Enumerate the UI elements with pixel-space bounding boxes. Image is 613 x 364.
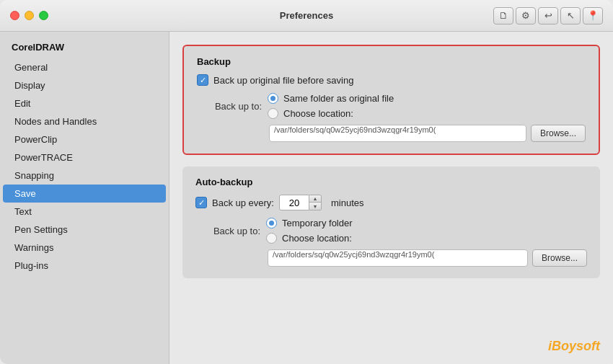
auto-backup-radio-choose-location-label: Choose location:	[282, 233, 352, 244]
auto-backup-radio-group: Temporary folder Choose location:	[266, 218, 353, 244]
cursor-icon[interactable]: ↖	[560, 7, 581, 25]
main-layout: CorelDRAW General Display Edit Nodes and…	[0, 32, 613, 364]
auto-backup-interval-wrapper: ▲ ▼	[279, 195, 322, 210]
backup-radio-choose-location[interactable]: Choose location:	[268, 108, 394, 119]
sidebar-item-pen-settings[interactable]: Pen Settings	[3, 221, 166, 239]
backup-radio-row: Back up to: Same folder as original file…	[197, 93, 586, 119]
auto-backup-backupto-label: Back up to:	[195, 226, 260, 236]
backup-backupto-label: Back up to:	[197, 101, 262, 112]
sidebar-item-save[interactable]: Save	[3, 185, 166, 203]
stepper-down-button[interactable]: ▼	[309, 203, 321, 210]
sidebar-item-warnings[interactable]: Warnings	[3, 239, 166, 257]
auto-backup-radio-choose-location-indicator	[266, 233, 277, 244]
auto-backup-minutes-input[interactable]	[279, 195, 309, 210]
sidebar-item-powertrace[interactable]: PowerTRACE	[3, 148, 166, 167]
sidebar-item-powerclip[interactable]: PowerClip	[3, 130, 166, 148]
auto-backup-path-row: /var/folders/sq/q0w25ycj69nd3wzqgr4r19ym…	[268, 249, 587, 267]
backup-radio-group: Same folder as original file Choose loca…	[268, 93, 394, 119]
auto-backup-minutes-label: minutes	[331, 197, 364, 208]
backup-radio-same-folder-indicator	[268, 93, 278, 104]
zoom-button[interactable]	[39, 11, 48, 20]
sidebar-item-plug-ins[interactable]: Plug-ins	[3, 257, 166, 275]
auto-backup-radio-temp-folder[interactable]: Temporary folder	[266, 218, 353, 228]
new-icon[interactable]: 🗋	[493, 7, 513, 25]
auto-backup-browse-button[interactable]: Browse...	[532, 249, 587, 267]
sidebar: CorelDRAW General Display Edit Nodes and…	[0, 32, 169, 364]
auto-backup-checkbox-label: Back up every:	[212, 197, 274, 208]
auto-backup-checkbox-row: ✓ Back up every: ▲ ▼ minutes	[195, 195, 587, 210]
undo-icon[interactable]: ↩	[538, 7, 558, 25]
title-bar: Preferences 🗋 ⚙ ↩ ↖ 📍	[0, 0, 613, 32]
traffic-lights	[10, 11, 48, 20]
iboysoft-brand: iBoysoft	[548, 339, 600, 354]
sidebar-title: CorelDRAW	[0, 39, 169, 58]
backup-path-row: /var/folders/sq/q0w25ycj69nd3wzqgr4r19ym…	[269, 125, 586, 142]
auto-backup-radio-choose-location[interactable]: Choose location:	[266, 233, 353, 244]
auto-backup-section: Auto-backup ✓ Back up every: ▲ ▼ minutes…	[182, 167, 600, 278]
sidebar-item-text[interactable]: Text	[3, 203, 166, 221]
settings-icon[interactable]: ⚙	[516, 7, 536, 25]
content-area: Backup ✓ Back up original file before sa…	[169, 32, 613, 364]
sidebar-item-edit[interactable]: Edit	[3, 94, 166, 112]
sidebar-item-display[interactable]: Display	[3, 76, 166, 94]
backup-path-input[interactable]: /var/folders/sq/q0w25ycj69nd3wzqgr4r19ym…	[269, 125, 526, 142]
close-button[interactable]	[10, 11, 19, 20]
auto-backup-stepper: ▲ ▼	[309, 195, 322, 210]
backup-radio-choose-location-indicator	[268, 108, 278, 119]
sidebar-item-general[interactable]: General	[3, 58, 166, 76]
auto-backup-radio-temp-folder-label: Temporary folder	[282, 218, 353, 228]
auto-backup-section-title: Auto-backup	[195, 177, 587, 187]
backup-radio-choose-location-label: Choose location:	[283, 108, 353, 119]
backup-browse-button[interactable]: Browse...	[531, 125, 586, 142]
minimize-button[interactable]	[25, 11, 34, 20]
auto-backup-path-input[interactable]: /var/folders/sq/q0w25ycj69nd3wzqgr4r19ym…	[268, 249, 528, 267]
backup-radio-same-folder-label: Same folder as original file	[283, 93, 394, 104]
backup-checkbox-label: Back up original file before saving	[213, 75, 353, 86]
auto-backup-radio-row: Back up to: Temporary folder Choose loca…	[195, 218, 587, 244]
stepper-up-button[interactable]: ▲	[309, 195, 321, 203]
auto-backup-radio-temp-folder-indicator	[266, 218, 277, 228]
backup-section-title: Backup	[197, 56, 586, 67]
backup-radio-same-folder[interactable]: Same folder as original file	[268, 93, 394, 104]
backup-section: Backup ✓ Back up original file before sa…	[182, 45, 600, 155]
pin-icon[interactable]: 📍	[583, 7, 603, 25]
window-title: Preferences	[280, 10, 333, 21]
backup-checkbox-row: ✓ Back up original file before saving	[197, 74, 586, 86]
sidebar-item-snapping[interactable]: Snapping	[3, 167, 166, 185]
toolbar-icons: 🗋 ⚙ ↩ ↖ 📍	[493, 7, 603, 25]
sidebar-item-nodes-handles[interactable]: Nodes and Handles	[3, 112, 166, 130]
backup-checkbox[interactable]: ✓	[197, 74, 208, 86]
auto-backup-checkbox[interactable]: ✓	[195, 197, 207, 208]
brand-suffix: Boysoft	[552, 339, 600, 353]
